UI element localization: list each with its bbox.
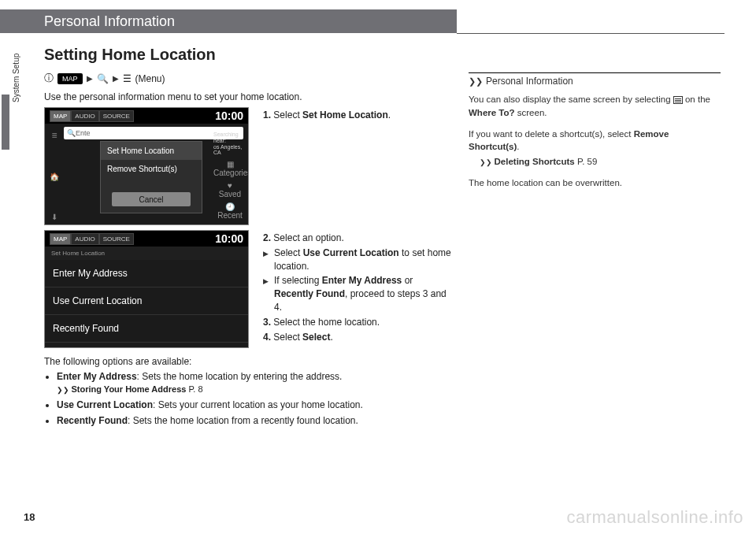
- step-3: 3. Select the home location.: [263, 316, 452, 329]
- categories-label: Categories: [213, 169, 246, 177]
- option-use-current: Use Current Location: [45, 287, 248, 315]
- tab-map: MAP: [50, 110, 71, 122]
- popup-menu: Set Home Location Remove Shortcut(s) Can…: [100, 141, 202, 213]
- left-rail: ≡ 🏠 ⬇: [46, 130, 62, 221]
- double-chevron-icon: ❯❯: [469, 76, 483, 88]
- menu-icon: ☰: [123, 73, 132, 84]
- tab-audio: AUDIO: [71, 110, 98, 122]
- step-4: 4. Select Select.: [263, 331, 452, 344]
- right-rail: Searching near: os Angeles, CA ▦Categori…: [213, 130, 246, 221]
- intro-text: Use the personal information menu to set…: [44, 91, 454, 102]
- header-rule: [457, 33, 724, 34]
- clock: 10:00: [215, 232, 243, 245]
- side-tab-label: System Setup: [12, 54, 20, 102]
- cross-reference: Deleting Shortcuts P. 59: [480, 155, 721, 169]
- option-item: Recently Found: Sets the home location f…: [57, 414, 454, 427]
- side-note-title: ❯❯ Personal Information: [469, 72, 721, 88]
- info-icon: ⓘ: [44, 72, 54, 85]
- side-paragraph-3: The home location can be overwritten.: [469, 176, 721, 190]
- side-tab: [2, 95, 9, 150]
- step-2-sub2: If selecting Enter My Address or Recentl…: [263, 274, 452, 313]
- side-paragraph-2: If you want to delete a shortcut(s), sel…: [469, 128, 721, 169]
- grid-icon: ▦: [213, 160, 246, 169]
- page-number: 18: [24, 511, 35, 523]
- page-title: Setting Home Location: [44, 46, 454, 64]
- screenshot-2: MAPAUDIOSOURCE 10:00 Set Home Location E…: [44, 230, 249, 348]
- saved-label: Saved: [213, 190, 246, 198]
- home-icon: 🏠: [50, 172, 59, 181]
- section-header: Personal Information: [0, 9, 457, 33]
- step-1: 1. Select Set Home Location.: [263, 109, 452, 122]
- clock: 10:00: [215, 109, 243, 122]
- map-button-icon: MAP: [57, 73, 83, 84]
- popup-remove-shortcut: Remove Shortcut(s): [101, 160, 202, 178]
- recent-label: Recent: [213, 211, 246, 220]
- step-2-sub1: Select Use Current Location to set home …: [263, 247, 452, 273]
- searching-loc: os Angeles, CA: [213, 144, 246, 156]
- tab-source: SOURCE: [99, 233, 134, 245]
- popup-set-home: Set Home Location: [101, 142, 202, 160]
- tab-source: SOURCE: [99, 110, 134, 122]
- crumb-set-home: Set Home Location: [45, 247, 248, 260]
- step-2: 2. Select an option.: [263, 232, 452, 245]
- clock-icon: 🕘: [213, 202, 246, 211]
- watermark: carmanualsonline.info: [566, 507, 743, 528]
- down-icon: ⬇: [51, 213, 57, 221]
- hamburger-icon: ≡: [51, 130, 57, 141]
- chevron-right-icon: ▶: [113, 74, 119, 83]
- tab-map: MAP: [50, 233, 71, 245]
- search-placeholder: Ente: [76, 129, 91, 137]
- tab-audio: AUDIO: [71, 233, 98, 245]
- magnifier-icon: 🔍: [97, 73, 109, 84]
- options-intro: The following options are available:: [44, 356, 454, 367]
- screenshot-1: MAPAUDIOSOURCE 10:00 🔍 Ente ≡ 🏠 ⬇ Search…: [44, 107, 249, 225]
- option-item: Use Current Location: Sets your current …: [57, 399, 454, 411]
- nav-breadcrumb: ⓘ MAP ▶ 🔍 ▶ ☰ (Menu): [44, 72, 454, 85]
- chevron-right-icon: ▶: [87, 74, 93, 83]
- side-note: ❯❯ Personal Information You can also dis…: [469, 72, 721, 197]
- option-recently-found: Recently Found: [45, 315, 248, 343]
- popup-cancel-button: Cancel: [112, 192, 191, 206]
- side-paragraph-1: You can also display the same screen by …: [469, 93, 721, 119]
- heart-icon: ♥: [213, 181, 246, 190]
- option-item: Enter My Address: Sets the home location…: [57, 370, 454, 383]
- option-enter-address: Enter My Address: [45, 260, 248, 287]
- breadcrumb-menu-label: (Menu): [135, 73, 165, 84]
- searching-near-label: Searching near:: [213, 132, 246, 143]
- cross-reference: Storing Your Home Address P. 8: [57, 384, 454, 394]
- menu-icon: [673, 96, 683, 104]
